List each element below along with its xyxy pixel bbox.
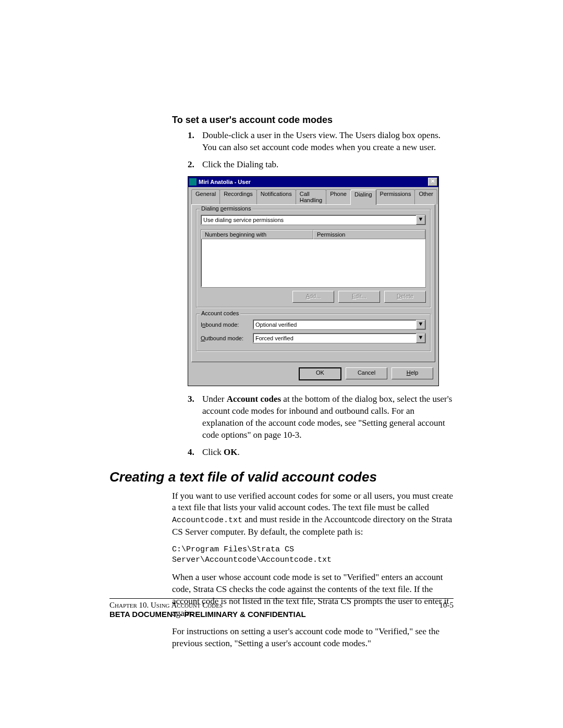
inbound-mode-dropdown[interactable]: Optional verified ▼ [253, 319, 426, 330]
step-3: 3. Under Account codes at the bottom of … [188, 393, 454, 441]
dialing-permissions-group: Dialing permissions Use dialing service … [196, 209, 431, 307]
step-3-bold: Account codes [227, 394, 281, 404]
tabstrip: General Recordings Notifications Call Ha… [188, 187, 438, 204]
footer-page-number: 10-5 [439, 601, 454, 610]
dialog-title: Miri Anatolia - User [199, 179, 428, 185]
para-1: If you want to use verified account code… [172, 490, 454, 538]
user-dialog: Miri Anatolia - User ✕ General Recording… [188, 176, 439, 386]
app-icon [189, 178, 197, 186]
step-4-bold: OK [224, 447, 237, 457]
step-3-num: 3. [188, 393, 194, 405]
tab-call-handling[interactable]: Call Handling [296, 189, 326, 204]
tab-dialing[interactable]: Dialing [350, 190, 376, 205]
dialing-permissions-dropdown[interactable]: Use dialing service permissions ▼ [201, 215, 426, 225]
tab-panel-dialing: Dialing permissions Use dialing service … [191, 204, 435, 362]
step-4-num: 4. [188, 447, 194, 459]
tab-recordings[interactable]: Recordings [219, 189, 257, 204]
permissions-listbox[interactable]: Numbers beginning with Permission [201, 229, 426, 288]
inbound-mode-label: Inbound mode: [201, 322, 248, 328]
outbound-mode-value: Forced verified [255, 335, 416, 341]
heading-creating-text-file: Creating a text file of valid account co… [109, 469, 454, 485]
listbox-header: Numbers beginning with Permission [201, 230, 425, 239]
inbound-mode-value: Optional verified [255, 322, 416, 328]
step-2: 2. Click the Dialing tab. [188, 159, 454, 171]
step-2-text: Click the Dialing tab. [202, 159, 278, 169]
delete-button[interactable]: Delete [384, 291, 426, 303]
account-codes-group: Account codes Inbound mode: Optional ver… [196, 314, 431, 351]
step-1: 1. Double-click a user in the Users view… [188, 130, 454, 154]
outbound-mode-label: Outbound mode: [201, 335, 248, 341]
steps-list: 1. Double-click a user in the Users view… [188, 130, 454, 171]
steps-list-continued: 3. Under Account codes at the bottom of … [188, 393, 454, 459]
step-3-prefix: Under [202, 394, 227, 404]
step-1-num: 1. [188, 130, 194, 142]
step-1-text: Double-click a user in the Users view. T… [202, 130, 440, 152]
tab-permissions[interactable]: Permissions [376, 189, 415, 204]
tab-phone[interactable]: Phone [326, 189, 351, 204]
titlebar: Miri Anatolia - User ✕ [188, 177, 438, 187]
ok-button[interactable]: OK [299, 367, 341, 380]
page-footer: Chapter 10. Using Account Codes 10-5 BET… [109, 598, 454, 619]
dialing-permissions-legend: Dialing permissions [200, 205, 252, 212]
step-4-suffix: . [238, 447, 240, 457]
edit-button[interactable]: Edit... [338, 291, 380, 303]
step-4: 4. Click OK. [188, 447, 454, 459]
chevron-down-icon[interactable]: ▼ [416, 334, 425, 343]
para-3: For instructions on setting a user's acc… [172, 626, 454, 650]
section-title: To set a user's account code modes [172, 115, 454, 126]
tab-notifications[interactable]: Notifications [256, 189, 296, 204]
col-permission[interactable]: Permission [313, 230, 425, 239]
close-icon[interactable]: ✕ [428, 178, 437, 186]
chevron-down-icon[interactable]: ▼ [416, 320, 425, 329]
tab-other[interactable]: Other [414, 189, 437, 204]
cancel-button[interactable]: Cancel [346, 367, 387, 379]
help-button[interactable]: Help [391, 367, 433, 379]
tab-general[interactable]: General [191, 189, 220, 204]
account-codes-legend: Account codes [200, 310, 240, 316]
col-numbers[interactable]: Numbers beginning with [201, 230, 313, 239]
path-line: C:\Program Files\Strata CS Server\Accoun… [172, 545, 454, 566]
step-4-prefix: Click [202, 447, 224, 457]
chevron-down-icon[interactable]: ▼ [416, 215, 425, 225]
footer-confidential: BETA DOCUMENT - PRELIMINARY & CONFIDENTI… [109, 610, 454, 619]
outbound-mode-dropdown[interactable]: Forced verified ▼ [253, 333, 426, 343]
dialing-permissions-value: Use dialing service permissions [203, 217, 416, 223]
step-2-num: 2. [188, 159, 194, 171]
add-button[interactable]: Add... [292, 291, 334, 303]
footer-chapter: Chapter 10. Using Account Codes [109, 601, 223, 610]
